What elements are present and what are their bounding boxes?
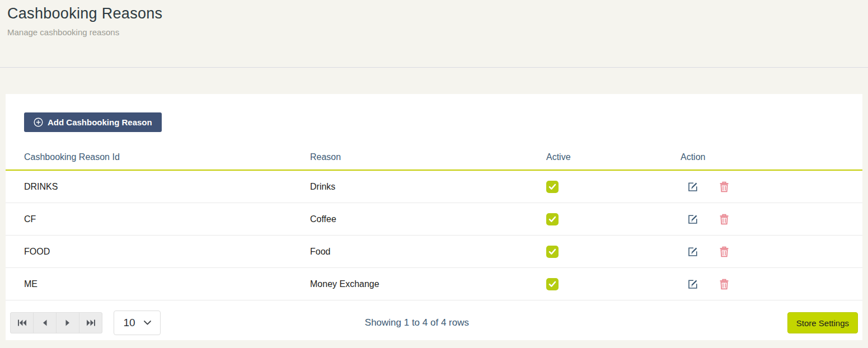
cell-reason-id: FOOD — [6, 236, 310, 268]
edit-button[interactable] — [687, 279, 698, 290]
edit-square-pencil-icon — [687, 214, 698, 225]
cell-reason-id: DRINKS — [6, 170, 310, 203]
next-page-icon — [64, 319, 71, 326]
page-size-select[interactable]: 10 — [114, 311, 161, 335]
previous-page-button[interactable] — [33, 312, 57, 333]
next-page-button[interactable] — [56, 312, 79, 333]
edit-button[interactable] — [687, 214, 698, 225]
cell-active — [546, 203, 681, 236]
store-settings-button[interactable]: Store Settings — [787, 312, 858, 333]
delete-button[interactable] — [719, 181, 729, 192]
cell-actions — [681, 203, 862, 236]
cell-active — [546, 268, 681, 300]
checkmark-icon — [548, 216, 556, 223]
content-card: Add Cashbooking Reason Cashbooking Reaso… — [6, 94, 862, 340]
cashbooking-reasons-table: Cashbooking Reason Id Reason Active Acti… — [6, 144, 862, 300]
add-cashbooking-reason-button[interactable]: Add Cashbooking Reason — [24, 112, 162, 132]
chevron-down-icon — [144, 321, 151, 325]
table-footer: 10 Showing 1 to 4 of 4 rows Store Settin… — [6, 311, 862, 335]
trash-icon — [719, 214, 729, 225]
table-row: ME Money Exchange — [6, 268, 862, 300]
cell-actions — [681, 170, 862, 203]
last-page-icon — [86, 319, 96, 326]
edit-button[interactable] — [687, 181, 698, 192]
column-header-active: Active — [546, 144, 681, 170]
checkmark-icon — [548, 281, 556, 288]
table-row: FOOD Food — [6, 236, 862, 268]
page-size-value: 10 — [123, 317, 135, 329]
last-page-button[interactable] — [79, 312, 102, 333]
edit-square-pencil-icon — [687, 181, 698, 192]
active-checkbox[interactable] — [546, 278, 559, 290]
cell-reason: Drinks — [310, 170, 546, 203]
page-subtitle: Manage cashbooking reasons — [7, 27, 859, 37]
column-header-reason-id: Cashbooking Reason Id — [6, 144, 310, 170]
trash-icon — [719, 246, 729, 257]
previous-page-icon — [41, 319, 48, 326]
cell-active — [546, 236, 681, 268]
first-page-icon — [17, 319, 27, 326]
cell-reason: Money Exchange — [310, 268, 546, 300]
checkmark-icon — [548, 248, 556, 255]
cell-reason: Coffee — [310, 203, 546, 236]
edit-square-pencil-icon — [687, 246, 698, 257]
column-header-reason: Reason — [310, 144, 546, 170]
pagination-summary: Showing 1 to 4 of 4 rows — [365, 317, 469, 328]
delete-button[interactable] — [719, 279, 729, 290]
plus-circle-icon — [34, 117, 43, 127]
page-title: Cashbooking Reasons — [7, 5, 859, 22]
table-row: CF Coffee — [6, 203, 862, 236]
add-button-label: Add Cashbooking Reason — [48, 117, 152, 127]
edit-square-pencil-icon — [687, 279, 698, 290]
cell-actions — [681, 236, 862, 268]
cell-active — [546, 170, 681, 203]
active-checkbox[interactable] — [546, 213, 559, 225]
cell-actions — [681, 268, 862, 300]
column-header-action: Action — [681, 144, 862, 170]
delete-button[interactable] — [719, 246, 729, 257]
checkmark-icon — [548, 184, 556, 190]
first-page-button[interactable] — [10, 312, 34, 333]
table-row: DRINKS Drinks — [6, 170, 862, 203]
edit-button[interactable] — [687, 246, 698, 257]
pagination-controls — [10, 312, 102, 333]
active-checkbox[interactable] — [546, 181, 559, 193]
page-header: Cashbooking Reasons Manage cashbooking r… — [0, 0, 868, 68]
active-checkbox[interactable] — [546, 246, 559, 258]
table-header-row: Cashbooking Reason Id Reason Active Acti… — [6, 144, 862, 170]
trash-icon — [719, 279, 729, 290]
cell-reason-id: ME — [6, 268, 310, 300]
delete-button[interactable] — [719, 214, 729, 225]
cell-reason: Food — [310, 236, 546, 268]
cell-reason-id: CF — [6, 203, 310, 236]
trash-icon — [719, 181, 729, 192]
